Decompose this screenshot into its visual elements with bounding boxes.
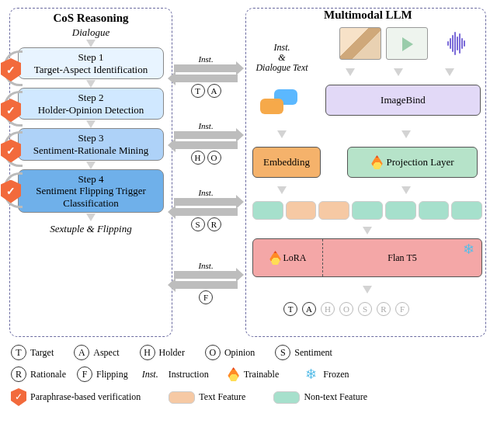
io-step-4: Inst. F xyxy=(174,261,238,304)
flan-t5-block: Flan T5 ❄ xyxy=(323,239,481,276)
arrow-right-icon xyxy=(174,131,238,139)
imagebind-block: ImageBind ❄ xyxy=(325,85,481,116)
cos-step-2: Step 2 Holder-Opinion Detection xyxy=(18,88,164,120)
symbol-sentiment: S xyxy=(191,217,205,231)
legend-aspect: Aspect xyxy=(93,347,119,359)
cos-step-2-name: Holder-Opinion Detection xyxy=(38,104,144,116)
verify-shield-icon: ✓ xyxy=(11,388,26,406)
inst-and-dialogue-text: Inst. & Dialogue Text xyxy=(251,43,313,74)
inst-label: Inst. xyxy=(174,121,238,130)
flan-t5-label: Flan T5 xyxy=(388,252,416,264)
io-step-1: Inst. T A xyxy=(174,54,238,98)
arrow-down-icon xyxy=(401,130,411,138)
nontext-feature-chip xyxy=(385,201,416,220)
arrow-left-icon xyxy=(174,281,238,289)
symbol-flipping: F xyxy=(199,290,213,304)
io-step-3: Inst. S R xyxy=(174,188,238,231)
arrow-down-icon xyxy=(363,227,372,234)
projection-label: Projection Layer xyxy=(387,156,454,168)
symbol-opinion: O xyxy=(207,151,221,165)
symbol-target: T xyxy=(283,302,297,316)
arrow-right-icon xyxy=(174,271,238,279)
cos-step-4-number: Step 4 xyxy=(20,173,162,186)
arrow-down-icon xyxy=(445,68,454,76)
symbol-sentiment: S xyxy=(358,302,372,316)
text-feature-chip xyxy=(286,201,317,220)
arrow-down-icon xyxy=(86,161,96,169)
arrow-down-icon xyxy=(394,68,403,76)
symbol-rationale: R xyxy=(11,366,26,382)
arrow-down-icon xyxy=(86,120,96,128)
nontext-feature-chip xyxy=(451,201,482,220)
legend-target: Target xyxy=(30,347,54,359)
legend-nontext-feature: Non-text Feature xyxy=(304,391,367,403)
arrow-down-icon xyxy=(86,80,96,88)
media-inputs xyxy=(339,27,479,60)
arrow-down-icon xyxy=(86,214,96,221)
feature-row xyxy=(252,201,482,220)
legend: TTarget AAspect HHolder OOpinion SSentim… xyxy=(11,345,486,412)
arrow-right-icon xyxy=(174,64,238,72)
audio-input-icon xyxy=(433,27,479,60)
legend-trainable: Trainable xyxy=(244,369,280,380)
arrow-down-icon xyxy=(401,186,411,194)
symbol-rationale: R xyxy=(377,302,391,316)
symbol-holder: H xyxy=(191,151,205,165)
projection-layer-block: Projection Layer xyxy=(347,147,478,178)
arrow-down-icon xyxy=(86,40,96,47)
cos-step-1-name: Target-Aspect Identification xyxy=(34,64,148,75)
symbol-aspect: A xyxy=(207,84,221,98)
multimodal-llm-panel: Multimodal LLM Inst. & Dialogue Text Ima… xyxy=(245,8,486,337)
text-feature-chip xyxy=(318,201,349,220)
output-symbols: T A H O S R F xyxy=(283,302,409,316)
flame-icon xyxy=(371,155,384,169)
legend-rationale: Rationale xyxy=(30,369,66,380)
nontext-feature-chip xyxy=(352,201,383,220)
mllm-title: Multimodal LLM xyxy=(324,9,412,22)
arrow-down-icon xyxy=(277,130,287,138)
legend-inst-abbrev: Inst. xyxy=(142,369,158,380)
cos-input-dialogue: Dialogue xyxy=(12,26,170,39)
cos-step-4: Step 4 Sentiment Flipping Trigger Classi… xyxy=(18,169,164,214)
symbol-target: T xyxy=(11,345,26,360)
nontext-feature-chip xyxy=(252,201,283,220)
arrow-down-icon xyxy=(346,68,355,76)
legend-text-feature: Text Feature xyxy=(199,391,245,403)
symbol-flipping: F xyxy=(77,366,92,382)
cos-reasoning-panel: CoS Reasoning Dialogue Step 1 Target-Asp… xyxy=(9,8,172,337)
image-input-icon xyxy=(339,27,381,60)
lora-label: LoRA xyxy=(283,252,307,264)
cos-step-1: Step 1 Target-Aspect Identification xyxy=(18,47,164,79)
cos-output: Sextuple & Flipping xyxy=(12,223,170,235)
legend-frozen: Frozen xyxy=(323,369,349,380)
embedding-label: Embedding xyxy=(263,156,310,168)
cos-step-4-name: Sentiment Flipping Trigger Classificatio… xyxy=(36,185,146,209)
cos-step-3: Step 3 Sentiment-Rationale Mining xyxy=(18,128,164,160)
nontext-feature-chip xyxy=(419,201,450,220)
symbol-aspect: A xyxy=(302,302,316,316)
legend-flipping: Flipping xyxy=(96,369,128,380)
symbol-flipping: F xyxy=(395,302,409,316)
cos-step-3-name: Sentiment-Rationale Mining xyxy=(33,144,148,156)
arrow-down-icon xyxy=(363,286,372,293)
backbone-block: LoRA Flan T5 ❄ xyxy=(252,238,482,277)
chat-bubbles-icon xyxy=(260,89,297,120)
embedding-block: Embedding xyxy=(252,147,321,178)
lora-block: LoRA xyxy=(253,239,323,276)
snowflake-icon: ❄ xyxy=(463,242,477,256)
flame-icon xyxy=(228,367,240,381)
symbol-opinion: O xyxy=(205,345,221,360)
cos-title: CoS Reasoning xyxy=(12,12,170,25)
inst-label: Inst. xyxy=(174,188,238,197)
symbol-target: T xyxy=(191,84,205,98)
video-input-icon xyxy=(386,27,428,60)
legend-verify: Paraphrase-based verification xyxy=(30,391,141,403)
legend-holder: Holder xyxy=(159,347,185,359)
cos-step-3-number: Step 3 xyxy=(20,132,162,144)
inst-label: Inst. xyxy=(174,54,238,64)
inst-label: Inst. xyxy=(174,261,238,270)
symbol-rationale: R xyxy=(207,217,221,231)
nontext-feature-swatch xyxy=(273,391,300,404)
cos-step-1-number: Step 1 xyxy=(20,51,162,64)
arrow-left-icon xyxy=(174,141,238,149)
